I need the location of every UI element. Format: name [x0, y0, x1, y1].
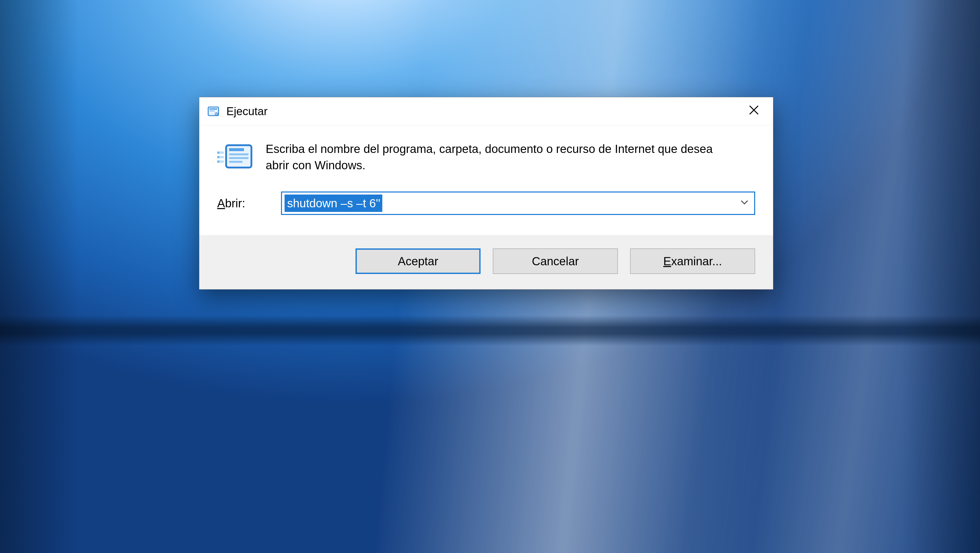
- run-icon: [207, 104, 220, 118]
- dialog-body: Escriba el nombre del programa, carpeta,…: [199, 125, 773, 235]
- ok-button[interactable]: Aceptar: [355, 249, 480, 274]
- desktop-dark-band: [0, 315, 980, 346]
- open-label-accel: A: [217, 197, 225, 210]
- intro-row: Escriba el nombre del programa, carpeta,…: [217, 141, 755, 174]
- cancel-button-label: Cancelar: [532, 254, 579, 268]
- open-input-selected-text: shutdown –s –t 6'': [285, 194, 382, 212]
- svg-rect-2: [210, 110, 215, 111]
- run-dialog: Ejecutar: [199, 97, 773, 290]
- svg-rect-7: [229, 157, 248, 159]
- chevron-down-icon[interactable]: [739, 197, 749, 210]
- browse-button[interactable]: Examinar...: [630, 249, 755, 274]
- browse-button-label: Examinar...: [663, 254, 722, 268]
- cancel-button[interactable]: Cancelar: [493, 249, 618, 274]
- window-title: Ejecutar: [226, 105, 735, 118]
- open-row: Abrir: shutdown –s –t 6'': [217, 191, 755, 215]
- svg-rect-1: [210, 108, 217, 110]
- titlebar[interactable]: Ejecutar: [199, 97, 773, 125]
- browse-accel: E: [663, 255, 671, 268]
- run-large-icon: [217, 142, 253, 173]
- close-button[interactable]: [735, 97, 773, 125]
- ok-button-label: Aceptar: [398, 254, 438, 268]
- open-label-rest: brir:: [225, 197, 245, 210]
- svg-rect-6: [229, 153, 248, 156]
- browse-rest: xaminar...: [671, 255, 722, 268]
- dialog-footer: Aceptar Cancelar Examinar...: [199, 235, 773, 289]
- description-text: Escriba el nombre del programa, carpeta,…: [266, 141, 738, 174]
- svg-point-3: [215, 113, 218, 115]
- open-label: Abrir:: [217, 196, 271, 210]
- svg-rect-8: [229, 161, 242, 163]
- svg-rect-5: [229, 148, 244, 151]
- open-combobox[interactable]: shutdown –s –t 6'': [281, 191, 755, 215]
- close-icon: [748, 104, 759, 118]
